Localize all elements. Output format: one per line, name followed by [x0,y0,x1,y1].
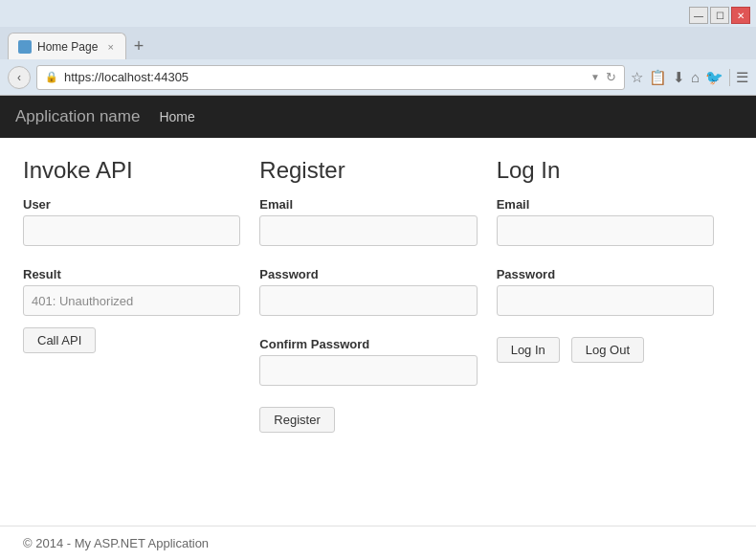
logout-button[interactable]: Log Out [571,337,644,363]
login-password-input[interactable] [497,285,714,316]
register-confirm-password-input[interactable] [259,355,477,386]
columns: Invoke API User Result 401: Unauthorized… [23,157,733,433]
clipboard-icon[interactable]: 📋 [649,69,667,86]
tab-close-icon[interactable]: × [107,41,113,53]
invoke-api-title: Invoke API [23,157,240,184]
register-password-group: Password [259,267,477,327]
login-password-label: Password [497,267,714,281]
login-button[interactable]: Log In [497,337,560,363]
invoke-api-column: Invoke API User Result 401: Unauthorized… [23,157,259,433]
browser-tab[interactable]: Home Page × [8,33,126,59]
footer-text: © 2014 - My ASP.NET Application [23,536,209,550]
login-title: Log In [497,157,714,184]
register-confirm-password-group: Confirm Password [259,337,477,397]
register-button[interactable]: Register [259,407,334,433]
register-password-input[interactable] [259,285,477,316]
register-password-label: Password [259,267,477,281]
page-footer: © 2014 - My ASP.NET Application [0,526,756,560]
result-value: 401: Unauthorized [32,294,133,308]
title-bar: — ☐ ✕ [0,0,756,27]
register-column: Register Email Password Confirm Password… [259,157,496,433]
star-icon[interactable]: ☆ [631,69,643,86]
address-bar: ‹ 🔒 https://localhost:44305 ▼ ↻ ☆ 📋 ⬇ ⌂ … [0,59,756,96]
url-text: https://localhost:44305 [64,70,585,84]
refresh-icon[interactable]: ↻ [606,70,616,84]
register-confirm-password-label: Confirm Password [259,337,477,351]
user-input[interactable] [23,215,240,246]
login-email-label: Email [497,197,714,212]
login-actions: Log In Log Out [497,337,714,363]
bird-icon[interactable]: 🐦 [705,69,723,86]
login-password-group: Password [497,267,714,327]
app-navbar: Application name Home [0,96,756,138]
page-content: Invoke API User Result 401: Unauthorized… [0,138,756,526]
toolbar-icons: ☆ 📋 ⬇ ⌂ 🐦 ☰ [631,69,748,86]
result-box: 401: Unauthorized [23,285,240,316]
toolbar-separator [729,69,730,86]
close-button[interactable]: ✕ [731,7,750,24]
maximize-button[interactable]: ☐ [710,7,729,24]
register-email-group: Email [259,197,477,258]
login-column: Log In Email Password Log In Log Out [497,157,733,433]
result-label: Result [23,267,240,281]
tab-title: Home Page [37,40,98,54]
app-name: Application name [15,107,140,126]
new-tab-button[interactable]: + [126,33,152,59]
minimize-button[interactable]: — [689,7,708,24]
call-api-button[interactable]: Call API [23,327,96,353]
lock-icon: 🔒 [45,71,58,83]
login-email-group: Email [497,197,714,258]
result-field-group: Result 401: Unauthorized [23,267,240,316]
register-title: Register [259,157,477,184]
menu-icon[interactable]: ☰ [736,69,748,86]
url-box[interactable]: 🔒 https://localhost:44305 ▼ ↻ [36,65,625,90]
user-field-group: User [23,197,240,258]
user-label: User [23,197,240,212]
home-icon[interactable]: ⌂ [691,69,700,85]
download-icon[interactable]: ⬇ [673,69,685,86]
nav-home-link[interactable]: Home [159,109,194,124]
register-email-label: Email [259,197,477,212]
url-dropdown-icon[interactable]: ▼ [590,72,600,82]
login-email-input[interactable] [497,215,714,246]
back-icon: ‹ [17,71,21,84]
tab-favicon [18,40,32,54]
register-email-input[interactable] [259,215,477,246]
tab-bar: Home Page × + [0,27,756,59]
back-button[interactable]: ‹ [8,66,31,89]
